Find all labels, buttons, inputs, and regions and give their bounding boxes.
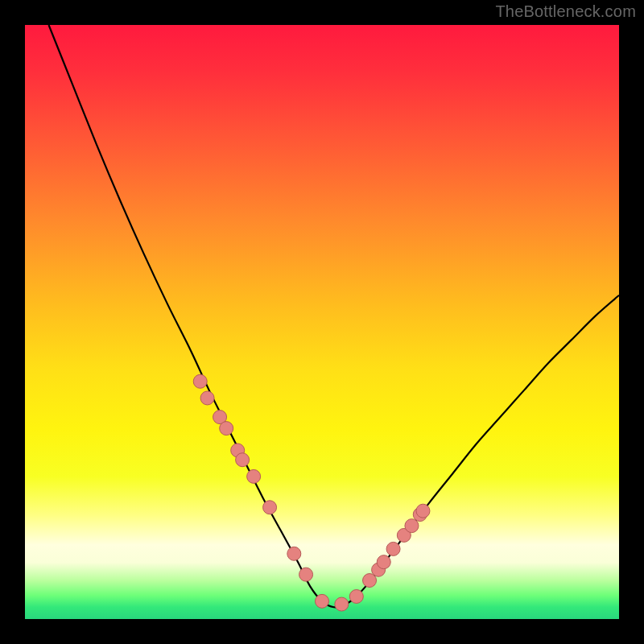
curve-marker xyxy=(335,597,349,611)
curve-marker xyxy=(287,547,301,560)
chart-stage: TheBottleneck.com xyxy=(0,0,644,644)
curve-marker xyxy=(200,391,214,405)
curve-marker xyxy=(299,568,313,581)
curve-marker xyxy=(405,519,419,533)
watermark-text: TheBottleneck.com xyxy=(495,2,636,21)
curve-marker xyxy=(263,501,277,514)
curve-marker xyxy=(416,504,430,518)
curve-marker xyxy=(386,542,400,555)
curve-marker xyxy=(193,374,207,388)
curve-marker xyxy=(220,422,233,436)
bottleneck-curve xyxy=(49,25,619,607)
curve-marker xyxy=(349,589,363,603)
curve-marker xyxy=(247,469,261,483)
chart-svg xyxy=(25,25,619,619)
curve-marker xyxy=(236,453,250,467)
curve-markers xyxy=(193,374,430,611)
curve-marker xyxy=(316,594,329,608)
curve-marker xyxy=(377,555,390,569)
